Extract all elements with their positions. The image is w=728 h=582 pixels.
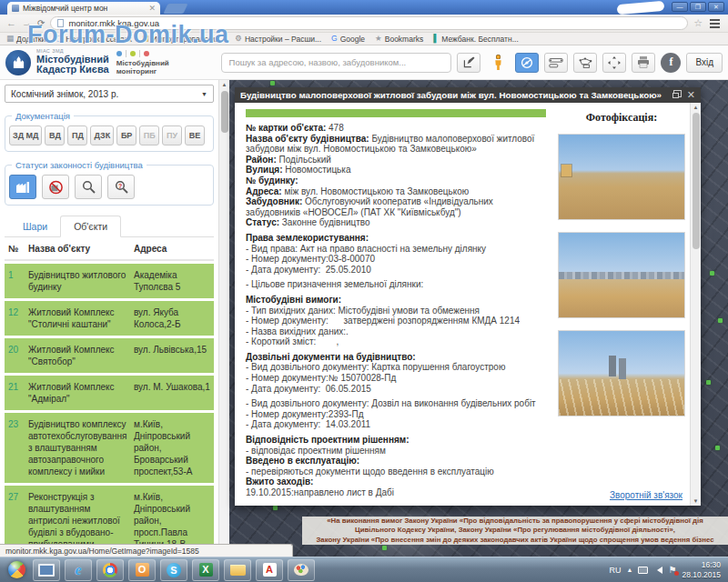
tab-objects[interactable]: Об'єкти [60, 216, 121, 237]
object-row[interactable]: 12Житловий Комплекс "Столичні каштани"ву… [5, 301, 214, 336]
object-row[interactable]: 1Будівництво житлового будинкуАкадеміка … [5, 264, 214, 298]
doc-filter-button[interactable]: ЗД МД [9, 125, 42, 146]
tab-title: Міжвідомчий центр мон [23, 4, 145, 13]
legend-dot [116, 51, 122, 56]
restore-button[interactable]: ❐ [690, 2, 706, 12]
construction-site-panorama-photo[interactable] [558, 134, 685, 220]
edit-button[interactable] [457, 53, 480, 73]
doc-filter-button[interactable]: ВД [45, 125, 65, 146]
bookmark-icon: ▤ [142, 35, 149, 43]
doc-filter-button[interactable]: ПД [67, 125, 87, 146]
url-box[interactable]: monitor.mkk.kga.gov.ua [50, 16, 688, 30]
pan-crosshair-button[interactable] [602, 53, 626, 73]
doc-filter-button[interactable]: ДЗК [90, 125, 114, 146]
browser-menu-icon[interactable] [708, 17, 722, 30]
print-button[interactable] [632, 53, 655, 73]
doc-filter-button[interactable]: ВЕ [185, 125, 205, 146]
detail-line: - Дата документу: 25.05.2010 [246, 265, 546, 276]
map-marker[interactable] [710, 271, 714, 276]
bookmark-item[interactable]: ▦Додатки [6, 35, 46, 44]
remote-desktop-icon[interactable] [33, 559, 60, 581]
detail-line: № будинку: [246, 176, 546, 186]
pegman-icon[interactable] [486, 53, 510, 73]
app-header: МІАС ЗМД Містобудівний Кадастр Києва Міс… [0, 45, 728, 80]
bookmark-item[interactable]: ▢Настройка ссылок [56, 35, 131, 44]
start-icon[interactable] [5, 559, 28, 581]
measure-area-button[interactable] [573, 53, 597, 73]
search-input[interactable] [221, 53, 452, 73]
folder-icon[interactable] [224, 559, 251, 581]
outlook-icon[interactable] [128, 559, 156, 581]
chrome-icon[interactable] [96, 559, 124, 581]
facebook-icon[interactable]: f [661, 53, 681, 73]
construction-site-towers-photo[interactable] [558, 330, 685, 416]
inspection-filter-button[interactable] [75, 175, 102, 199]
browser-tab[interactable]: Міжвідомчий центр мон ✕ [7, 2, 160, 15]
map-marker[interactable] [715, 446, 720, 450]
measure-distance-button[interactable] [544, 53, 568, 73]
popup-scrollbar[interactable]: ▲ ▼ [690, 103, 701, 506]
internet-explorer-icon[interactable] [65, 559, 92, 581]
doc-filter-button[interactable]: БР [116, 125, 136, 146]
close-button[interactable]: ✕ [708, 2, 724, 12]
reload-icon[interactable]: ⟳ [37, 19, 45, 28]
scroll-thumb[interactable] [693, 113, 700, 249]
legal-construction-filter-button[interactable] [9, 175, 36, 199]
tab-close-icon[interactable]: ✕ [148, 5, 156, 13]
map-marker[interactable] [382, 546, 387, 550]
map-marker[interactable] [706, 380, 711, 385]
login-button[interactable]: Вхід [686, 53, 723, 73]
unknown-status-filter-button[interactable]: ? [107, 175, 135, 199]
popup-titlebar[interactable]: Будівництво малоповерхової житлової забу… [235, 87, 701, 103]
bookmark-item[interactable]: ⚙Настройки – Расши... [235, 35, 321, 44]
object-row[interactable]: 23Будівництво комплексу автотехобслугову… [5, 413, 214, 483]
illegal-construction-filter-button[interactable] [42, 175, 69, 199]
scroll-thumb[interactable] [221, 91, 228, 133]
minimize-button[interactable]: — [672, 2, 688, 12]
scroll-down-icon[interactable]: ▼ [691, 497, 701, 506]
detail-line: Район: Подільський [246, 155, 546, 166]
scroll-up-icon[interactable]: ▲ [219, 80, 229, 89]
tray-expand-icon[interactable]: ▲ [627, 567, 633, 573]
object-row[interactable]: 21Житловий Комплекс "Адмірал"вул. М. Уша… [5, 376, 214, 410]
clock[interactable]: 16:30 28.10.2015 [682, 560, 721, 578]
doc-filter-button[interactable]: ПУ [162, 125, 182, 146]
back-icon[interactable]: ← [6, 18, 16, 28]
network-monitor-icon[interactable] [638, 567, 648, 574]
paint-icon[interactable] [288, 559, 315, 581]
adobe-reader-icon[interactable] [256, 559, 283, 581]
feedback-link[interactable]: Зворотній зв'язок [610, 490, 686, 500]
detail-line: Введено в експлуатацію: [246, 456, 546, 467]
map-marker[interactable] [273, 506, 278, 510]
object-row[interactable]: 20Житловий Комплекс "Святобор"вул. Львів… [5, 338, 214, 373]
map-marker[interactable] [718, 318, 723, 323]
bookmark-star-icon[interactable]: ☆ [693, 17, 703, 29]
popup-close-icon[interactable]: ✕ [687, 90, 695, 100]
tab-layers[interactable]: Шари [12, 216, 58, 236]
detail-line: - Номер документу:№ 15070028-Пд [246, 373, 546, 384]
open-in-window-icon[interactable] [672, 93, 679, 98]
language-indicator[interactable]: RU [610, 566, 622, 575]
action-center-flag-icon[interactable]: ⚑ [668, 566, 676, 575]
basemap-select[interactable]: Космічний знімок, 2013 р. ▼ [5, 85, 214, 103]
speaker-icon[interactable] [653, 567, 662, 574]
bookmark-item[interactable]: ★Bookmarks [375, 35, 423, 44]
bookmark-item[interactable]: GGoogle [331, 35, 365, 44]
new-tab-button[interactable] [163, 4, 187, 14]
forward-icon[interactable]: → [22, 18, 32, 28]
brand-block: МІАС ЗМД Містобудівний Кадастр Києва [36, 49, 109, 75]
map-disclaimer-band: «На виконання вимог Закону України «Про … [302, 517, 728, 545]
detail-line: - Вид права: Акт на право власності на з… [246, 244, 546, 255]
construction-site-city-skyline-photo[interactable] [558, 232, 685, 318]
map-marker[interactable] [270, 81, 275, 85]
scroll-up-icon[interactable]: ▲ [691, 103, 701, 112]
sidebar-scrollbar[interactable]: ▲ ▼ [218, 80, 229, 557]
bookmark-item[interactable]: ▤Импортировано из... [142, 35, 226, 44]
excel-icon[interactable] [192, 559, 219, 581]
bookmark-item[interactable]: ▌Межбанк. Бесплатн... [433, 35, 519, 44]
tab-favicon [12, 5, 19, 12]
doc-filter-button[interactable]: ПБ [139, 125, 159, 146]
streetview-globe-button[interactable] [515, 53, 539, 73]
detail-line: - Вид дозвільного документу: Дозвіл на в… [246, 398, 546, 409]
skype-icon[interactable] [160, 559, 187, 581]
